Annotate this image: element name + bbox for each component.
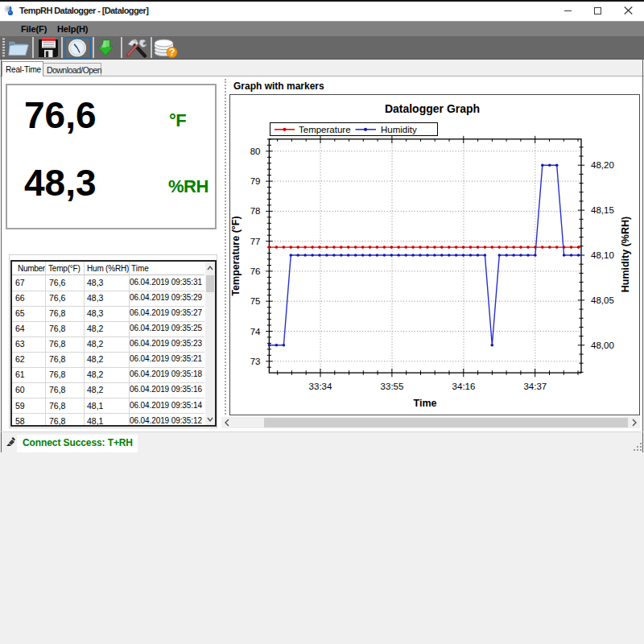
svg-text:Temperature: Temperature (299, 125, 351, 134)
svg-text:Humidity: Humidity (381, 125, 417, 134)
svg-text:78: 78 (250, 206, 261, 216)
svg-text:48,15: 48,15 (591, 205, 614, 215)
svg-text:48,10: 48,10 (591, 250, 614, 260)
svg-text:Humidity (%RH): Humidity (%RH) (620, 217, 631, 292)
svg-text:Time: Time (414, 398, 437, 409)
svg-text:?: ? (169, 47, 175, 58)
svg-text:33:34: 33:34 (309, 382, 332, 391)
svg-text:Temperature (°F): Temperature (°F) (230, 216, 242, 295)
svg-text:80: 80 (250, 147, 261, 156)
svg-text:73: 73 (250, 357, 261, 366)
svg-text:76: 76 (250, 266, 261, 276)
svg-text:74: 74 (250, 327, 261, 336)
svg-text:77: 77 (250, 237, 261, 246)
svg-text:75: 75 (250, 296, 261, 306)
svg-text:34:37: 34:37 (523, 382, 547, 391)
svg-text:79: 79 (250, 176, 261, 186)
svg-text:33:55: 33:55 (381, 382, 404, 391)
svg-text:48,00: 48,00 (591, 341, 614, 350)
svg-text:48,05: 48,05 (591, 295, 614, 305)
svg-text:48,20: 48,20 (591, 160, 614, 170)
svg-text:34:16: 34:16 (452, 382, 476, 391)
svg-text:Datalogger Graph: Datalogger Graph (385, 102, 480, 115)
